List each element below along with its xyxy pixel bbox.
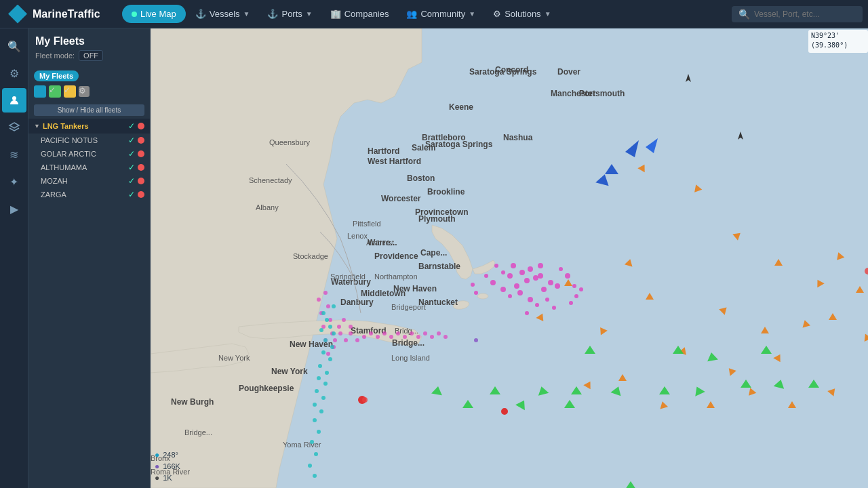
svg-point-106: [517, 290, 523, 296]
logo-text: MarineTraffic: [33, 8, 100, 20]
svg-point-194: [474, 338, 478, 342]
search-bar[interactable]: 🔍: [732, 6, 863, 22]
search-icon: 🔍: [738, 9, 750, 20]
svg-point-117: [494, 264, 498, 268]
svg-point-158: [337, 325, 341, 329]
sidebar-filter-btn[interactable]: ⚙: [2, 61, 26, 85]
fleet-section-name: LNG Tankers: [43, 122, 125, 130]
svg-point-154: [423, 331, 427, 336]
svg-point-139: [323, 291, 328, 295]
svg-point-160: [349, 325, 353, 329]
svg-point-0: [12, 96, 16, 100]
svg-text:Northampton: Northampton: [374, 272, 418, 281]
svg-text:N39°23': N39°23': [811, 32, 840, 39]
nav-companies[interactable]: 🏢 Companies: [322, 5, 397, 23]
fleet-item-pacific-notus[interactable]: PACIFIC NOTUS ✓: [28, 134, 150, 147]
svg-point-121: [572, 284, 576, 288]
svg-point-3: [477, 293, 488, 299]
svg-point-98: [514, 283, 519, 289]
svg-point-118: [508, 294, 512, 298]
svg-point-104: [511, 263, 516, 268]
fleet-item-check: ✓: [128, 190, 135, 199]
svg-point-179: [323, 382, 328, 386]
fleet-item-name: PACIFIC NOTUS: [41, 136, 125, 144]
svg-text:Providence: Providence: [374, 251, 418, 261]
svg-text:Portsmouth: Portsmouth: [579, 89, 625, 98]
svg-point-149: [389, 335, 393, 339]
fleet-item-golar-arctic[interactable]: GOLAR ARCTIC ✓: [28, 147, 150, 161]
svg-point-156: [437, 331, 441, 336]
svg-point-152: [410, 331, 414, 336]
nav-solutions-label: Solutions: [505, 9, 540, 19]
svg-point-182: [313, 403, 317, 407]
fleet-item-zarga[interactable]: ZARGA ✓: [28, 188, 150, 201]
stat-item-166k: ● 166K: [155, 462, 180, 471]
svg-point-99: [524, 278, 530, 283]
sidebar-density-btn[interactable]: ≋: [2, 142, 26, 167]
svg-point-170: [319, 328, 323, 332]
nav-live-map[interactable]: Live Map: [122, 5, 186, 23]
svg-point-151: [403, 335, 407, 339]
map-stats: ● 248° ● 166K ● 1K: [155, 450, 180, 483]
sidebar-tools-btn[interactable]: ✦: [2, 169, 26, 194]
svg-text:West Hartford: West Hartford: [368, 157, 421, 166]
stat-value-1k: 1K: [163, 474, 172, 482]
fleet-icon-green[interactable]: ✓: [49, 85, 61, 98]
svg-point-187: [314, 452, 318, 456]
nav-community[interactable]: 👥 Community ▼: [398, 5, 484, 23]
svg-text:Keene: Keene: [449, 102, 473, 112]
svg-text:Cape...: Cape...: [420, 248, 447, 258]
svg-point-150: [396, 331, 400, 336]
nav-ports[interactable]: ⚓ Ports ▼: [259, 5, 320, 23]
fleet-item-mozah[interactable]: MOZAH ✓: [28, 174, 150, 188]
svg-point-188: [308, 464, 312, 468]
fleet-section-lng: ▼ LNG Tankers ✓ PACIFIC NOTUS ✓ GOLAR AR…: [28, 119, 150, 201]
nav-solutions[interactable]: ⚙ Solutions ▼: [485, 5, 559, 23]
fleet-mode-toggle[interactable]: OFF: [79, 50, 103, 61]
svg-point-178: [317, 376, 321, 380]
svg-point-185: [317, 430, 321, 434]
sidebar-layers-btn[interactable]: [2, 115, 26, 140]
top-navigation: MarineTraffic Live Map ⚓ Vessels ▼ ⚓ Por…: [0, 0, 868, 28]
svg-text:Long Island: Long Island: [391, 354, 430, 362]
svg-point-159: [342, 318, 346, 322]
nav-companies-label: Companies: [344, 9, 389, 19]
svg-text:Hartford: Hartford: [368, 146, 399, 156]
svg-point-112: [528, 297, 533, 302]
svg-point-119: [535, 303, 539, 307]
fleet-section-status-dot: [138, 123, 144, 129]
svg-text:Barnstable: Barnstable: [418, 262, 460, 271]
map-area[interactable]: Queensbury Schenectady Albany Stockadge …: [151, 28, 868, 488]
nav-items: Live Map ⚓ Vessels ▼ ⚓ Ports ▼ 🏢 Compani…: [122, 5, 732, 23]
svg-point-174: [321, 350, 326, 354]
svg-text:Nashua: Nashua: [503, 133, 533, 142]
fleet-tab-my-fleets[interactable]: My Fleets: [34, 70, 79, 81]
svg-point-114: [565, 273, 570, 279]
svg-text:New York: New York: [218, 354, 250, 362]
search-input[interactable]: [754, 9, 856, 19]
sidebar-search-btn[interactable]: 🔍: [2, 34, 26, 58]
svg-text:Yoma River: Yoma River: [283, 441, 321, 449]
svg-point-124: [484, 274, 488, 278]
nav-vessels-label: Vessels: [210, 9, 240, 19]
svg-point-191: [501, 408, 508, 415]
show-hide-all-btn[interactable]: Show / Hide all fleets: [34, 104, 144, 116]
logo-area: MarineTraffic: [0, 5, 122, 24]
svg-text:Stamford: Stamford: [351, 326, 387, 336]
svg-point-181: [321, 396, 326, 400]
sidebar-fleets-btn[interactable]: [2, 88, 26, 113]
svg-text:New Burgh: New Burgh: [171, 397, 214, 407]
sidebar-play-btn[interactable]: ▶: [2, 197, 26, 221]
fleet-icon-blue[interactable]: [34, 85, 46, 98]
fleet-section-lng-header[interactable]: ▼ LNG Tankers ✓: [28, 119, 150, 134]
svg-point-157: [443, 335, 448, 339]
svg-point-115: [559, 267, 563, 271]
nav-live-map-label: Live Map: [140, 9, 176, 19]
svg-text:Brookline: Brookline: [427, 187, 465, 197]
svg-point-176: [318, 364, 322, 368]
nav-vessels[interactable]: ⚓ Vessels ▼: [187, 5, 258, 23]
svg-point-105: [538, 263, 543, 268]
fleet-icon-yellow[interactable]: ✓: [64, 85, 76, 98]
fleet-item-althumama[interactable]: ALTHUMAMA ✓: [28, 161, 150, 174]
fleet-settings-icon[interactable]: ⚙: [79, 86, 90, 97]
